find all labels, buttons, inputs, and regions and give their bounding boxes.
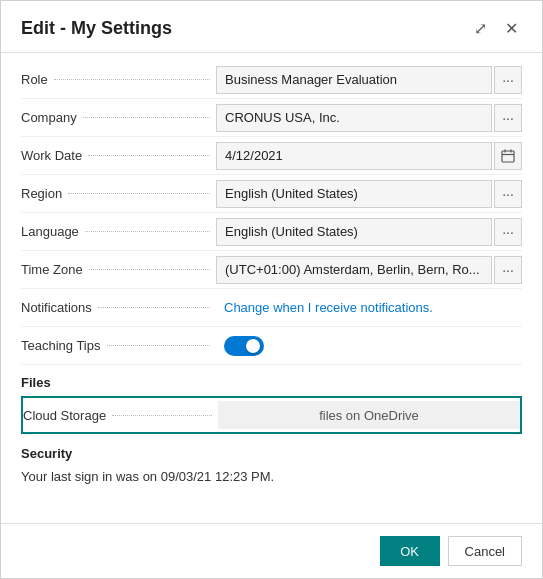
work-date-label-area: Work Date bbox=[21, 148, 216, 163]
language-row: Language ··· bbox=[21, 213, 522, 251]
work-date-row: Work Date bbox=[21, 137, 522, 175]
region-field-wrapper: ··· bbox=[216, 180, 522, 208]
company-field-wrapper: ··· bbox=[216, 104, 522, 132]
region-dots bbox=[68, 193, 210, 194]
teaching-tips-row: Teaching Tips bbox=[21, 327, 522, 365]
language-dots-button[interactable]: ··· bbox=[494, 218, 522, 246]
dialog-header: Edit - My Settings ⤢ ✕ bbox=[1, 1, 542, 53]
toggle-thumb bbox=[246, 339, 260, 353]
company-label-area: Company bbox=[21, 110, 216, 125]
cloud-storage-dots bbox=[112, 415, 212, 416]
teaching-tips-toggle[interactable] bbox=[224, 336, 264, 356]
edit-my-settings-dialog: Edit - My Settings ⤢ ✕ Role ··· Company bbox=[0, 0, 543, 579]
company-label: Company bbox=[21, 110, 77, 125]
role-label: Role bbox=[21, 72, 48, 87]
svg-rect-0 bbox=[502, 151, 514, 162]
language-dots bbox=[85, 231, 210, 232]
cloud-storage-field-wrapper: files on OneDrive bbox=[218, 401, 520, 429]
region-row: Region ··· bbox=[21, 175, 522, 213]
company-dots bbox=[83, 117, 210, 118]
security-text: Your last sign in was on 09/03/21 12:23 … bbox=[21, 465, 522, 494]
language-field-wrapper: ··· bbox=[216, 218, 522, 246]
role-dots-button[interactable]: ··· bbox=[494, 66, 522, 94]
toggle-track bbox=[224, 336, 264, 356]
timezone-label: Time Zone bbox=[21, 262, 83, 277]
language-label-area: Language bbox=[21, 224, 216, 239]
ok-button[interactable]: OK bbox=[380, 536, 440, 566]
teaching-tips-label-area: Teaching Tips bbox=[21, 338, 216, 353]
language-input[interactable] bbox=[216, 218, 492, 246]
work-date-dots bbox=[88, 155, 210, 156]
region-dots-button[interactable]: ··· bbox=[494, 180, 522, 208]
notifications-dots bbox=[98, 307, 210, 308]
files-section-header: Files bbox=[21, 365, 522, 394]
cloud-storage-label: Cloud Storage bbox=[23, 408, 106, 423]
work-date-label: Work Date bbox=[21, 148, 82, 163]
calendar-button[interactable] bbox=[494, 142, 522, 170]
timezone-dots-button[interactable]: ··· bbox=[494, 256, 522, 284]
cancel-button[interactable]: Cancel bbox=[448, 536, 522, 566]
dialog-body: Role ··· Company ··· Work Date bbox=[1, 53, 542, 523]
role-field-wrapper: ··· bbox=[216, 66, 522, 94]
teaching-tips-toggle-wrapper bbox=[216, 336, 522, 356]
region-input[interactable] bbox=[216, 180, 492, 208]
security-section-header: Security bbox=[21, 436, 522, 465]
close-button[interactable]: ✕ bbox=[501, 17, 522, 40]
header-icons: ⤢ ✕ bbox=[470, 17, 522, 40]
role-input[interactable] bbox=[216, 66, 492, 94]
role-dots bbox=[54, 79, 210, 80]
dialog-footer: OK Cancel bbox=[1, 523, 542, 578]
timezone-label-area: Time Zone bbox=[21, 262, 216, 277]
role-row: Role ··· bbox=[21, 61, 522, 99]
cloud-storage-button[interactable]: files on OneDrive bbox=[218, 401, 520, 429]
language-label: Language bbox=[21, 224, 79, 239]
timezone-field-wrapper: ··· bbox=[216, 256, 522, 284]
teaching-tips-dots bbox=[107, 345, 211, 346]
role-label-area: Role bbox=[21, 72, 216, 87]
work-date-field-wrapper bbox=[216, 142, 522, 170]
dialog-title: Edit - My Settings bbox=[21, 18, 172, 39]
timezone-input[interactable] bbox=[216, 256, 492, 284]
company-row: Company ··· bbox=[21, 99, 522, 137]
notifications-link[interactable]: Change when I receive notifications. bbox=[216, 294, 522, 322]
cloud-storage-row: Cloud Storage files on OneDrive bbox=[21, 396, 522, 434]
notifications-field-wrapper: Change when I receive notifications. bbox=[216, 294, 522, 322]
teaching-tips-label: Teaching Tips bbox=[21, 338, 101, 353]
notifications-row: Notifications Change when I receive noti… bbox=[21, 289, 522, 327]
company-input[interactable] bbox=[216, 104, 492, 132]
expand-button[interactable]: ⤢ bbox=[470, 17, 491, 40]
company-dots-button[interactable]: ··· bbox=[494, 104, 522, 132]
notifications-label-area: Notifications bbox=[21, 300, 216, 315]
notifications-label: Notifications bbox=[21, 300, 92, 315]
timezone-dots bbox=[89, 269, 210, 270]
cloud-storage-label-area: Cloud Storage bbox=[23, 408, 218, 423]
region-label: Region bbox=[21, 186, 62, 201]
work-date-input[interactable] bbox=[216, 142, 492, 170]
region-label-area: Region bbox=[21, 186, 216, 201]
timezone-row: Time Zone ··· bbox=[21, 251, 522, 289]
